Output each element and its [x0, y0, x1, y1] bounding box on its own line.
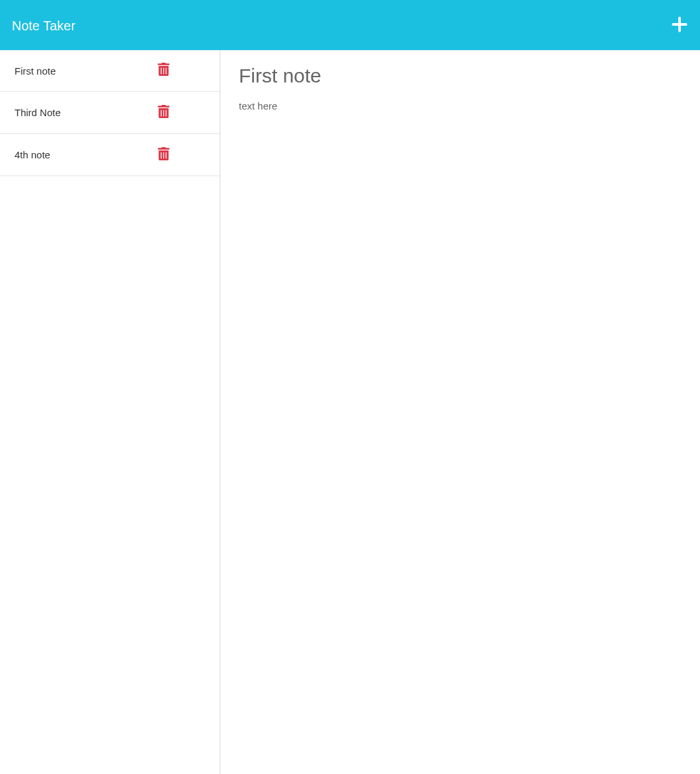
notes-sidebar: First note Third Note 4th note: [0, 50, 220, 774]
note-item-title: 4th note: [15, 149, 50, 160]
note-editor: First note text here: [220, 50, 700, 774]
note-body-display[interactable]: text here: [239, 100, 682, 112]
app-header: Note Taker: [0, 1, 700, 50]
note-list-item[interactable]: Third Note: [0, 92, 220, 134]
delete-note-button[interactable]: [158, 105, 170, 121]
delete-note-button[interactable]: [158, 147, 170, 163]
note-item-title: Third Note: [15, 107, 61, 118]
add-note-button[interactable]: [671, 16, 688, 36]
plus-icon: [671, 16, 688, 36]
app-title: Note Taker: [12, 18, 75, 34]
content-area: First note Third Note 4th note: [0, 50, 700, 774]
trash-icon: [158, 63, 170, 79]
delete-note-button[interactable]: [158, 63, 170, 79]
note-list-item[interactable]: 4th note: [0, 134, 220, 176]
note-title-display[interactable]: First note: [239, 65, 682, 87]
trash-icon: [158, 105, 170, 121]
note-item-title: First note: [15, 65, 56, 77]
trash-icon: [158, 147, 170, 163]
note-list-item[interactable]: First note: [0, 50, 220, 92]
